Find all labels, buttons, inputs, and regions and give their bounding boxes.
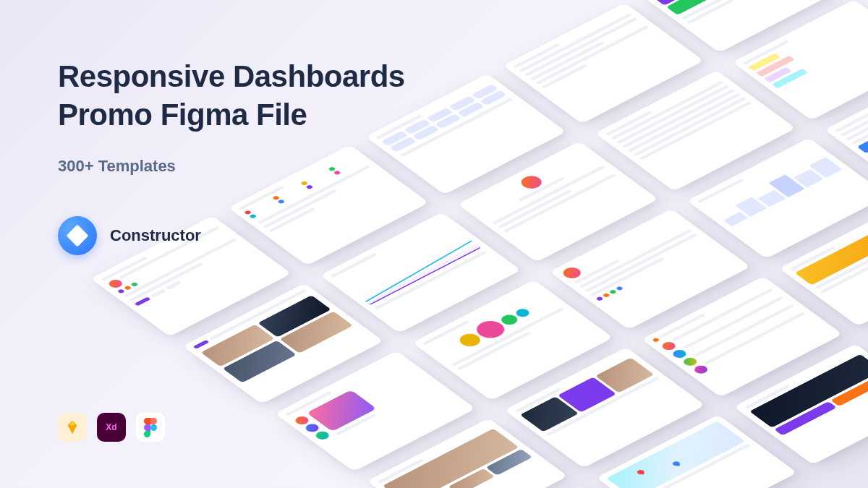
brand-row: Constructor xyxy=(58,216,405,255)
xd-icon: Xd xyxy=(97,413,126,442)
headline-line-2: Promo Figma File xyxy=(58,98,307,132)
template-count: 300+ Templates xyxy=(58,157,405,176)
mockup-card xyxy=(642,276,843,397)
mockup-card xyxy=(779,205,868,326)
sketch-icon xyxy=(58,413,87,442)
tool-icons-row: Xd xyxy=(58,413,165,442)
figma-icon xyxy=(136,413,165,442)
diamond-icon xyxy=(66,224,88,247)
headline-line-1: Responsive Dashboards xyxy=(58,59,405,93)
mockup-card xyxy=(595,70,796,191)
brand-logo-icon xyxy=(58,216,97,255)
promo-headline: Responsive Dashboards Promo Figma File xyxy=(58,58,405,134)
xd-label: Xd xyxy=(106,422,116,432)
brand-name: Constructor xyxy=(110,226,201,245)
